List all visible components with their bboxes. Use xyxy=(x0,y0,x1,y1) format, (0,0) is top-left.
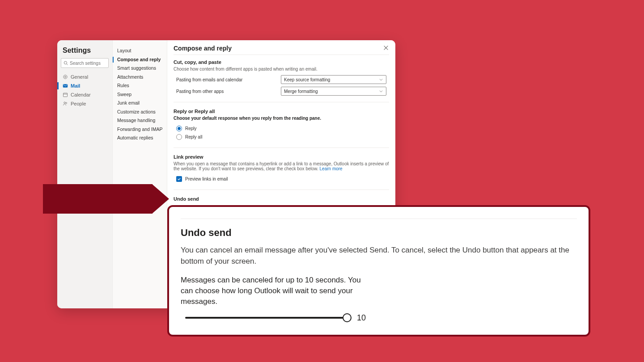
subnav-message-handling[interactable]: Message handling xyxy=(113,116,167,125)
radio-reply-all[interactable]: Reply all xyxy=(174,133,389,141)
mail-icon xyxy=(63,83,68,88)
subnav-junk-email[interactable]: Junk email xyxy=(113,99,167,108)
divider xyxy=(174,147,389,148)
subnav-rules[interactable]: Rules xyxy=(113,81,167,90)
svg-point-0 xyxy=(64,61,67,64)
radio-icon xyxy=(176,134,182,140)
svg-point-3 xyxy=(65,76,66,78)
label-pasting-emails: Pasting from emails and calendar xyxy=(174,77,281,82)
close-button[interactable] xyxy=(383,45,389,52)
row-pasting-other: Pasting from other apps Merge formatting xyxy=(174,87,389,96)
search-settings-field[interactable] xyxy=(61,58,109,68)
svg-point-7 xyxy=(64,102,65,103)
subnav-layout[interactable]: Layout xyxy=(113,46,167,55)
label-pasting-other: Pasting from other apps xyxy=(174,89,281,94)
divider xyxy=(174,189,389,190)
close-icon xyxy=(383,45,389,51)
undo-send-slider[interactable]: 10 xyxy=(181,313,577,323)
section-cut-copy-paste-heading: Cut, copy, and paste xyxy=(174,59,389,65)
svg-line-1 xyxy=(67,64,68,65)
nav-item-mail[interactable]: Mail xyxy=(57,81,112,90)
section-link-preview-desc: When you open a message that contains a … xyxy=(174,161,389,171)
select-value: Keep source formatting xyxy=(284,77,330,82)
section-reply-heading: Reply or Reply all xyxy=(174,109,389,114)
search-input[interactable] xyxy=(70,61,106,66)
nav-item-calendar[interactable]: Calendar xyxy=(57,90,112,99)
link-preview-desc-text: When you open a message that contains a … xyxy=(174,161,389,171)
callout-heading: Undo send xyxy=(181,227,577,239)
subnav-sweep[interactable]: Sweep xyxy=(113,90,167,99)
nav-label: People xyxy=(71,101,86,106)
primary-nav: General Mail Calendar People xyxy=(57,72,112,108)
callout-arrow xyxy=(43,184,153,214)
svg-rect-5 xyxy=(64,93,68,97)
nav-label: Mail xyxy=(71,83,80,88)
select-value: Merge formatting xyxy=(284,89,318,94)
chevron-down-icon xyxy=(379,89,383,93)
nav-label: General xyxy=(71,74,88,80)
calendar-icon xyxy=(63,92,68,97)
slider-thumb[interactable] xyxy=(343,313,352,322)
subnav-smart-suggestions[interactable]: Smart suggestions xyxy=(113,64,167,73)
radio-reply[interactable]: Reply xyxy=(174,124,389,133)
settings-title: Settings xyxy=(57,45,112,58)
checkbox-label: Preview links in email xyxy=(185,177,228,181)
callout-arrow-head xyxy=(152,184,169,214)
callout-description: You can cancel an email message after yo… xyxy=(181,245,577,267)
select-pasting-emails[interactable]: Keep source formatting xyxy=(281,75,386,84)
undo-send-callout: Undo send You can cancel an email messag… xyxy=(167,205,590,337)
row-pasting-emails: Pasting from emails and calendar Keep so… xyxy=(174,75,389,84)
check-icon xyxy=(177,177,181,181)
slider-value: 10 xyxy=(357,313,366,323)
svg-point-8 xyxy=(66,102,67,104)
content-title: Compose and reply xyxy=(174,45,232,52)
section-link-preview-heading: Link preview xyxy=(174,154,389,160)
radio-label: Reply xyxy=(185,126,197,131)
content-header: Compose and reply xyxy=(174,45,389,55)
subnav-automatic-replies[interactable]: Automatic replies xyxy=(113,134,167,143)
people-icon xyxy=(63,101,68,106)
subnav-forwarding-imap[interactable]: Forwarding and IMAP xyxy=(113,125,167,134)
radio-label: Reply all xyxy=(185,135,202,139)
chevron-down-icon xyxy=(379,77,383,82)
checkbox-icon xyxy=(176,176,182,182)
subnav-compose-reply[interactable]: Compose and reply xyxy=(113,55,167,64)
subnav-customize-actions[interactable]: Customize actions xyxy=(113,108,167,117)
divider xyxy=(174,102,389,102)
callout-divider xyxy=(181,219,577,219)
section-undo-send-heading: Undo send xyxy=(174,196,389,202)
section-reply-desc: Choose your default response when you re… xyxy=(174,116,389,121)
subnav-attachments[interactable]: Attachments xyxy=(113,73,167,82)
nav-label: Calendar xyxy=(71,92,91,97)
section-cut-copy-paste-desc: Choose how content from different apps i… xyxy=(174,67,389,72)
callout-subtext: Messages can be canceled for up to 10 se… xyxy=(181,275,373,307)
nav-item-general[interactable]: General xyxy=(57,72,112,81)
search-icon xyxy=(64,61,68,65)
slider-track[interactable] xyxy=(185,317,347,319)
gear-icon xyxy=(63,74,68,80)
radio-icon xyxy=(176,126,182,131)
learn-more-link[interactable]: Learn more xyxy=(320,166,343,171)
select-pasting-other[interactable]: Merge formatting xyxy=(281,87,386,96)
checkbox-preview-links[interactable]: Preview links in email xyxy=(174,175,389,183)
svg-point-2 xyxy=(64,75,67,79)
mail-settings-subnav: Layout Compose and reply Smart suggestio… xyxy=(113,40,167,308)
nav-item-people[interactable]: People xyxy=(57,99,112,108)
settings-sidebar: Settings General Mail Calendar People xyxy=(57,40,113,308)
